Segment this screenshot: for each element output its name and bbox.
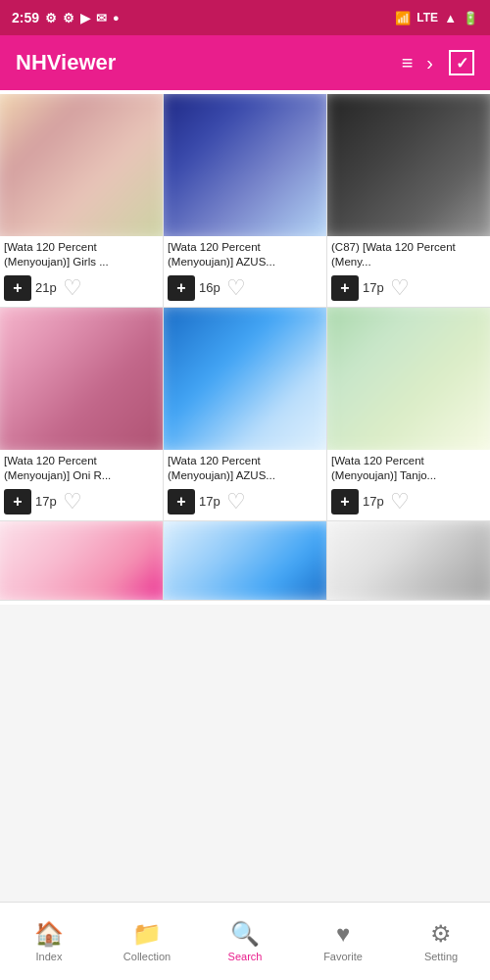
bottom-nav: 🏠 Index 📁 Collection 🔍 Search ♥ Favorite…	[0, 902, 490, 980]
grid-row: [Wata 120 Percent (Menyoujan)] Oni R... …	[0, 308, 490, 521]
thumbnail[interactable]	[327, 521, 490, 600]
grid-cell: [Wata 120 Percent (Menyoujan)] AZUS... +…	[164, 94, 327, 307]
grid-cell: [Wata 120 Percent (Menyoujan)] AZUS... +…	[164, 308, 327, 520]
card-title: [Wata 120 Percent (Menyoujan)] Girls ...	[0, 236, 163, 271]
favorite-button[interactable]: ♡	[63, 491, 82, 513]
nav-item-favorite[interactable]: ♥ Favorite	[294, 903, 392, 980]
grid-cell: [Wata 120 Percent (Menyoujan)] Oni R... …	[0, 308, 164, 520]
status-bar: 2:59 ⚙ ⚙ ▶ ✉ ● 📶 LTE ▲ 🔋	[0, 0, 490, 35]
settings-icon-1: ⚙	[45, 11, 57, 25]
grid-row: [Wata 120 Percent (Menyoujan)] Girls ...…	[0, 94, 490, 308]
app-title: NHViewer	[16, 50, 116, 75]
card-actions: + 17p ♡	[327, 271, 490, 307]
grid-cell	[164, 521, 327, 600]
favorite-button[interactable]: ♡	[390, 277, 410, 299]
card-title: (C87) [Wata 120 Percent (Meny...	[327, 236, 490, 271]
nav-item-collection[interactable]: 📁 Collection	[98, 903, 196, 980]
nav-item-index[interactable]: 🏠 Index	[0, 903, 98, 980]
favorite-button[interactable]: ♡	[226, 491, 246, 513]
status-left: 2:59 ⚙ ⚙ ▶ ✉ ●	[12, 10, 120, 25]
card-actions: + 17p ♡	[0, 485, 163, 520]
thumbnail[interactable]	[327, 94, 490, 236]
nav-label-favorite: Favorite	[323, 951, 363, 962]
app-bar-actions: ≡ ›	[402, 50, 474, 75]
card-title: [Wata 120 Percent (Menyoujan)] Tanjo...	[327, 450, 490, 485]
wifi-icon: 📶	[395, 11, 411, 25]
card-actions: + 21p ♡	[0, 271, 163, 307]
add-button[interactable]: +	[4, 489, 31, 514]
nav-item-setting[interactable]: ⚙ Setting	[392, 903, 490, 980]
home-icon: 🏠	[34, 920, 64, 948]
page-count: 16p	[199, 280, 220, 295]
page-count: 21p	[35, 280, 57, 295]
grid-cell: [Wata 120 Percent (Menyoujan)] Girls ...…	[0, 94, 164, 307]
signal-icon: ▲	[444, 11, 457, 25]
grid-cell	[0, 521, 164, 600]
play-icon: ▶	[80, 11, 90, 25]
thumbnail[interactable]	[164, 308, 326, 450]
filter-icon[interactable]: ≡	[402, 52, 412, 74]
grid-container: [Wata 120 Percent (Menyoujan)] Girls ...…	[0, 90, 490, 605]
favorite-button[interactable]: ♡	[63, 277, 82, 299]
card-actions: + 17p ♡	[164, 485, 326, 520]
page-count: 17p	[363, 280, 384, 295]
card-title: [Wata 120 Percent (Menyoujan)] AZUS...	[164, 450, 326, 485]
thumbnail[interactable]	[0, 94, 163, 236]
page-count: 17p	[199, 494, 220, 509]
add-button[interactable]: +	[331, 489, 359, 514]
collection-icon: 📁	[132, 920, 162, 948]
thumbnail[interactable]	[327, 308, 490, 450]
battery-icon: 🔋	[463, 11, 478, 25]
app-bar: NHViewer ≡ ›	[0, 35, 490, 90]
add-button[interactable]: +	[331, 275, 359, 301]
grid-cell: (C87) [Wata 120 Percent (Meny... + 17p ♡	[327, 94, 490, 307]
dot-icon: ●	[113, 12, 120, 24]
setting-icon: ⚙	[430, 920, 452, 948]
nav-label-search: Search	[228, 951, 263, 962]
nav-label-collection: Collection	[123, 951, 171, 962]
nav-item-search[interactable]: 🔍 Search	[196, 903, 294, 980]
card-actions: + 17p ♡	[327, 485, 490, 520]
favorite-icon: ♥	[336, 920, 350, 948]
checkbox-icon[interactable]	[449, 50, 474, 75]
grid-cell	[327, 521, 490, 600]
add-button[interactable]: +	[168, 275, 195, 301]
nav-label-setting: Setting	[424, 951, 458, 962]
settings-icon-2: ⚙	[63, 11, 74, 25]
email-icon: ✉	[96, 11, 107, 25]
nav-label-index: Index	[36, 951, 63, 962]
add-button[interactable]: +	[168, 489, 195, 514]
thumbnail[interactable]	[0, 521, 163, 600]
next-icon[interactable]: ›	[426, 52, 433, 74]
thumbnail[interactable]	[0, 308, 163, 450]
favorite-button[interactable]: ♡	[226, 277, 246, 299]
grid-row-partial	[0, 521, 490, 601]
lte-label: LTE	[416, 11, 438, 24]
page-count: 17p	[363, 494, 384, 509]
thumbnail[interactable]	[164, 94, 326, 236]
card-title: [Wata 120 Percent (Menyoujan)] AZUS...	[164, 236, 326, 271]
page-count: 17p	[35, 494, 57, 509]
thumbnail[interactable]	[164, 521, 326, 600]
favorite-button[interactable]: ♡	[390, 491, 410, 513]
grid-cell: [Wata 120 Percent (Menyoujan)] Tanjo... …	[327, 308, 490, 520]
add-button[interactable]: +	[4, 275, 31, 301]
card-actions: + 16p ♡	[164, 271, 326, 307]
status-right: 📶 LTE ▲ 🔋	[395, 11, 478, 25]
status-time: 2:59	[12, 10, 39, 25]
card-title: [Wata 120 Percent (Menyoujan)] Oni R...	[0, 450, 163, 485]
search-icon: 🔍	[230, 920, 260, 948]
